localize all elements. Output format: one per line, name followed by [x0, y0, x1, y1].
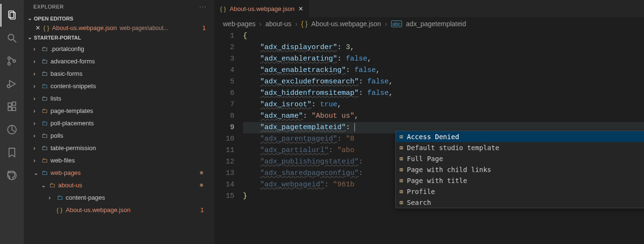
tree-folder[interactable]: ›🗀page-templates	[24, 104, 214, 117]
code-line[interactable]: "adx_hiddenfromsitemap": false,	[243, 88, 644, 99]
tree-label: polls	[50, 132, 63, 139]
activity-power-icon[interactable]	[0, 118, 23, 141]
json-icon: { }	[220, 5, 226, 12]
chevron-right-icon: ›	[33, 45, 40, 52]
folder-icon: 🗀	[40, 107, 49, 114]
explorer-sidebar: EXPLORER ··· ⌄ OPEN EDITORS ✕ { } About-…	[24, 0, 214, 244]
enum-icon: ⊞	[400, 142, 403, 153]
symbol-icon: abc	[391, 20, 402, 27]
tree-folder[interactable]: ›🗀web-files	[24, 154, 214, 166]
suggest-item[interactable]: ⊞Page with child links	[396, 164, 644, 175]
close-icon[interactable]: ✕	[298, 5, 303, 12]
tree-folder[interactable]: ›🗀advanced-forms	[24, 55, 214, 67]
json-icon: { }	[55, 206, 64, 214]
open-editors-header[interactable]: ⌄ OPEN EDITORS	[24, 13, 214, 23]
suggest-label: Full Page	[407, 153, 443, 164]
open-editor-item[interactable]: ✕ { } About-us.webpage.json web-pages\ab…	[24, 23, 214, 32]
activity-bookmark-icon[interactable]	[0, 141, 23, 164]
suggest-item[interactable]: ⊞Page with title	[396, 175, 644, 186]
code-editor[interactable]: 123456789101112131415 { "adx_displayorde…	[214, 30, 644, 244]
suggest-item[interactable]: ⊞Profile	[396, 186, 644, 197]
tree-folder-content-pages[interactable]: › 🗀 content-pages	[24, 191, 214, 203]
tree-folder-about-us[interactable]: ⌄ 🗀 about-us ●	[24, 179, 214, 191]
suggest-item[interactable]: ⊞Search	[396, 197, 644, 208]
close-icon[interactable]: ✕	[35, 24, 40, 31]
folder-icon: 🗀	[40, 120, 49, 127]
sidebar-title-label: EXPLORER	[33, 4, 64, 10]
suggest-item[interactable]: ⊞Default studio template	[396, 142, 644, 153]
code-line[interactable]: "adx_excludefromsearch": false,	[243, 76, 644, 88]
open-file-dirty-badge: 1	[202, 24, 211, 31]
tab-active[interactable]: { } About-us.webpage.json ✕	[214, 0, 310, 17]
folder-icon: 🗀	[40, 45, 49, 52]
svg-point-5	[8, 63, 10, 65]
chevron-right-icon: ›	[385, 20, 387, 28]
chevron-right-icon: ›	[33, 58, 40, 65]
tree-folder[interactable]: ›🗀poll-placements	[24, 117, 214, 129]
activity-github-icon[interactable]	[0, 164, 23, 187]
suggest-label: Page with child links	[407, 164, 491, 175]
open-editors-label: OPEN EDITORS	[34, 16, 73, 21]
activity-files-icon[interactable]	[0, 4, 23, 27]
suggest-label: Page with title	[407, 175, 467, 186]
suggest-widget[interactable]: ⊞Access Denied⊞Default studio template⊞F…	[395, 131, 644, 208]
code-line[interactable]: {	[243, 30, 644, 42]
tree-folder[interactable]: ›🗀content-snippets	[24, 80, 214, 92]
suggest-item[interactable]: ⊞Access Denied	[396, 131, 644, 142]
enum-icon: ⊞	[400, 131, 403, 142]
folder-open-icon: 🗀	[40, 169, 49, 176]
more-icon[interactable]: ···	[200, 4, 207, 10]
svg-rect-9	[8, 103, 11, 106]
code-line[interactable]: "adx_displayorder": 3,	[243, 42, 644, 53]
svg-point-2	[8, 34, 14, 40]
chevron-right-icon: ›	[260, 20, 262, 28]
tree-folder[interactable]: ›🗀table-permission	[24, 142, 214, 154]
breadcrumb-item[interactable]: about-us	[265, 20, 291, 28]
tab-bar: { } About-us.webpage.json ✕	[214, 0, 644, 17]
json-icon: { }	[43, 24, 49, 31]
chevron-down-icon: ⌄	[41, 182, 48, 189]
chevron-right-icon: ›	[33, 107, 40, 114]
breadcrumb-item[interactable]: About-us.webpage.json	[312, 20, 381, 28]
enum-icon: ⊞	[400, 164, 403, 175]
svg-line-3	[13, 40, 16, 42]
activity-extensions-icon[interactable]	[0, 95, 23, 118]
tree-label: page-templates	[50, 107, 93, 114]
breadcrumbs[interactable]: web-pages › about-us › { } About-us.webp…	[214, 17, 644, 30]
workspace-header[interactable]: ⌄ STARTER-PORTAL	[24, 32, 214, 42]
tree-folder[interactable]: ›🗀lists	[24, 92, 214, 104]
open-file-name: About-us.webpage.json	[52, 24, 117, 31]
chevron-right-icon: ›	[33, 120, 40, 127]
code-line[interactable]: "adx_isroot": true,	[243, 99, 644, 111]
modified-dot-icon: ●	[199, 168, 211, 177]
open-file-path: web-pages\about...	[120, 25, 168, 31]
tree-folder[interactable]: ›🗀basic-forms	[24, 67, 214, 80]
code-line[interactable]: "adx_enablerating": false,	[243, 53, 644, 65]
breadcrumb-item[interactable]: adx_pagetemplateid	[406, 20, 466, 28]
folder-icon: 🗀	[40, 132, 49, 139]
folder-icon: 🗀	[40, 95, 49, 102]
tree-folder[interactable]: ›🗀.portalconfig	[24, 42, 214, 55]
chevron-right-icon: ›	[295, 20, 298, 28]
chevron-right-icon: ›	[33, 157, 40, 164]
workspace-name: STARTER-PORTAL	[34, 35, 81, 41]
breadcrumb-item[interactable]: web-pages	[223, 20, 256, 28]
enum-icon: ⊞	[400, 197, 403, 208]
suggest-item[interactable]: ⊞Full Page	[396, 153, 644, 164]
activity-debug-icon[interactable]	[0, 72, 23, 95]
chevron-right-icon: ›	[33, 144, 40, 152]
tree-label: About-us.webpage.json	[66, 206, 131, 214]
folder-icon: 🗀	[40, 144, 49, 152]
svg-point-8	[7, 85, 10, 88]
activity-scm-icon[interactable]	[0, 50, 23, 72]
code-line[interactable]: "adx_name": "About us",	[243, 111, 644, 122]
activity-search-icon[interactable]	[0, 27, 23, 50]
code-body[interactable]: { "adx_displayorder": 3, "adx_enablerati…	[243, 30, 644, 244]
tree-folder[interactable]: ›🗀polls	[24, 129, 214, 142]
svg-rect-1	[10, 12, 15, 19]
error-badge: 1	[201, 206, 211, 214]
tree-file-about-us-json[interactable]: { } About-us.webpage.json 1	[24, 203, 214, 216]
tree-folder-web-pages[interactable]: ⌄ 🗀 web-pages ●	[24, 166, 214, 179]
editor-area: { } About-us.webpage.json ✕ web-pages › …	[214, 0, 644, 244]
code-line[interactable]: "adx_enabletracking": false,	[243, 65, 644, 76]
